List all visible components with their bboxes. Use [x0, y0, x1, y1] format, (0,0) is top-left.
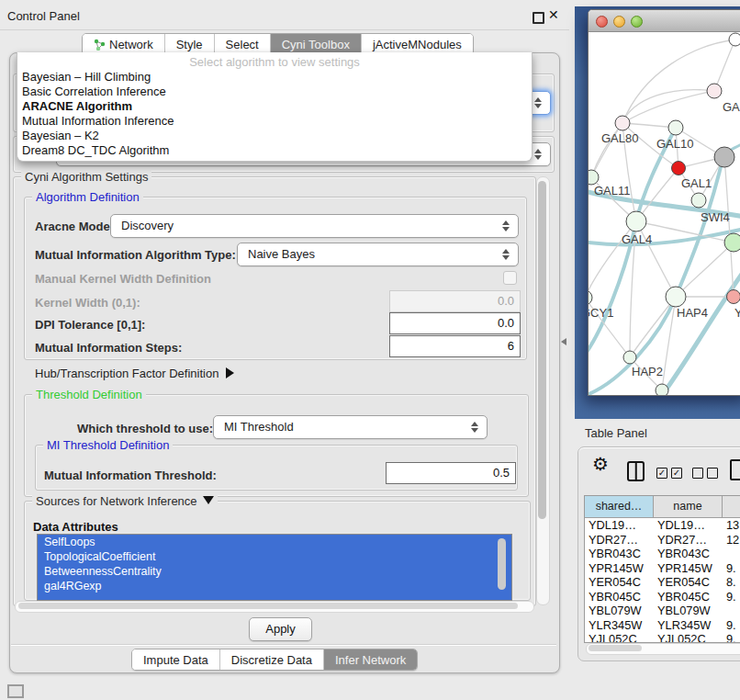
select-all-icon[interactable]: ✓ [671, 468, 682, 479]
settings-group-title: Cyni Algorithm Settings [21, 170, 151, 184]
network-node[interactable] [724, 233, 740, 252]
network-view-window[interactable]: GALGAL80GAL10GAL1GAL11GAL4SWI4GCY1HAP4YH… [588, 9, 740, 396]
panel-divider [11, 644, 556, 645]
hub-tf-definition-label: Hub/Transcription Factor Definition [35, 367, 219, 380]
settings-horizontal-scrollbar[interactable] [15, 601, 534, 613]
mi-steps-field[interactable]: 6 [389, 335, 521, 357]
dropdown-option[interactable]: Bayesian – Hill Climbing [17, 70, 532, 85]
close-window-icon[interactable] [596, 16, 608, 28]
table-column-header[interactable] [723, 496, 740, 517]
deselect-all-icon[interactable] [692, 468, 703, 479]
tab-impute-data-label: Impute Data [143, 653, 208, 667]
table-row[interactable]: YPR145WYPR145W9. [585, 561, 740, 576]
combo-spinner-icon [534, 96, 542, 109]
data-attribute-item[interactable]: BetweennessCentrality [38, 564, 511, 579]
mi-threshold-field[interactable]: 0.5 [386, 462, 516, 484]
tab-cyni-toolbox[interactable]: Cyni Toolbox [271, 34, 362, 54]
tab-jactivemnodules[interactable]: jActiveMNodules [362, 34, 473, 54]
minimize-window-icon[interactable] [613, 16, 625, 28]
tab-network[interactable]: Network [83, 34, 165, 54]
table-row[interactable]: YBR045CYBR045C9. [585, 590, 740, 604]
network-node[interactable] [714, 147, 734, 167]
aracne-mode-label: Aracne Mode: [35, 220, 114, 233]
chevron-right-icon [226, 367, 234, 378]
table-column-header[interactable]: shared… [585, 496, 654, 517]
splitter-collapse-arrow[interactable] [561, 338, 566, 345]
scrollbar-thumb[interactable] [538, 181, 546, 519]
network-node[interactable] [672, 162, 686, 175]
cyni-bottom-tab-bar: Impute Data Discretize Data Infer Networ… [131, 649, 418, 671]
network-node[interactable] [615, 116, 630, 130]
control-panel-title: Control Panel [7, 9, 80, 23]
network-node[interactable] [589, 170, 599, 185]
table-cell: 9. [723, 590, 740, 604]
table-row[interactable]: YDL19…YDL19…13 [585, 518, 740, 533]
network-window-titlebar[interactable] [589, 10, 740, 32]
network-node[interactable] [666, 287, 686, 307]
dropdown-option[interactable]: Basic Correlation Inference [17, 85, 532, 99]
network-edge [714, 40, 735, 91]
split-table-icon[interactable] [627, 461, 645, 481]
network-node[interactable] [691, 193, 706, 208]
close-icon[interactable]: ✕ [548, 7, 559, 22]
dropdown-option[interactable]: Dream8 DC_TDC Algorithm [17, 143, 532, 158]
table-cell: 8. [723, 575, 740, 590]
tab-style[interactable]: Style [165, 34, 215, 54]
table-row[interactable]: YDR27…YDR27…12 [585, 533, 740, 548]
dropdown-option[interactable]: ARACNE Algorithm [17, 99, 532, 114]
network-node[interactable] [727, 290, 740, 304]
table-cell [723, 547, 740, 561]
network-node[interactable] [729, 33, 740, 46]
network-node[interactable] [589, 290, 592, 305]
table-row[interactable]: YER054CYER054C8. [585, 575, 740, 590]
float-window-icon[interactable] [533, 12, 544, 24]
dropdown-option[interactable]: Bayesian – K2 [17, 129, 532, 143]
scrollbar-thumb[interactable] [18, 603, 518, 609]
tab-infer-network[interactable]: Infer Network [324, 649, 417, 670]
combo-spinner-icon [502, 220, 510, 232]
tab-discretize-data[interactable]: Discretize Data [220, 649, 324, 670]
apply-button[interactable]: Apply [249, 617, 312, 641]
sources-group-title[interactable]: Sources for Network Inference [32, 494, 218, 508]
table-row[interactable]: YLR345WYLR345W9. [585, 618, 740, 633]
network-canvas[interactable]: GALGAL80GAL10GAL1GAL11GAL4SWI4GCY1HAP4YH… [589, 32, 740, 395]
data-attribute-item[interactable]: gal4RGexp [38, 579, 511, 593]
network-node-label: SWI4 [701, 210, 730, 224]
data-attribute-item[interactable]: SelfLoops [38, 535, 511, 549]
collapsed-panel-icon[interactable] [7, 684, 24, 698]
data-attribute-item[interactable]: TopologicalCoefficient [38, 549, 511, 564]
scrollbar-thumb[interactable] [589, 645, 642, 651]
network-node[interactable] [656, 384, 668, 395]
deselect-all-icon[interactable] [707, 468, 718, 479]
new-table-icon[interactable] [730, 459, 740, 480]
table-row[interactable]: YBL079WYBL079W [585, 604, 740, 618]
network-edge [724, 157, 734, 297]
mi-type-value: Naive Bayes [248, 247, 315, 261]
list-vertical-scrollbar[interactable] [498, 537, 507, 595]
kernel-width-field[interactable]: 0.0 [389, 290, 521, 312]
which-threshold-combo[interactable]: MI Threshold [213, 415, 488, 439]
settings-vertical-scrollbar[interactable] [536, 176, 550, 605]
network-node[interactable] [626, 211, 646, 231]
scrollbar-thumb[interactable] [498, 538, 506, 590]
network-node[interactable] [668, 120, 683, 135]
table-row[interactable]: YJL052CYJL052C9. [585, 632, 740, 643]
table-row[interactable]: YBR043CYBR043C [585, 547, 740, 561]
table-cell: YBL079W [654, 604, 723, 618]
mi-type-combo[interactable]: Naive Bayes [237, 243, 519, 266]
gear-icon[interactable]: ⚙ [592, 453, 609, 475]
hub-tf-definition-toggle[interactable]: Hub/Transcription Factor Definition [35, 367, 234, 380]
tab-select[interactable]: Select [215, 34, 271, 54]
aracne-mode-combo[interactable]: Discovery [110, 214, 519, 238]
dropdown-option[interactable]: Mutual Information Inference [17, 114, 532, 129]
network-node[interactable] [623, 351, 636, 364]
zoom-window-icon[interactable] [631, 16, 643, 28]
select-all-icon[interactable]: ✓ [656, 468, 667, 479]
network-node-label: GAL11 [594, 184, 631, 198]
dpi-tolerance-field[interactable]: 0.0 [389, 312, 521, 334]
network-node[interactable] [707, 84, 722, 98]
manual-kernel-checkbox[interactable] [503, 271, 517, 285]
table-column-header[interactable]: name [654, 496, 723, 517]
tab-impute-data[interactable]: Impute Data [132, 649, 220, 670]
table-horizontal-scrollbar[interactable] [586, 643, 740, 655]
